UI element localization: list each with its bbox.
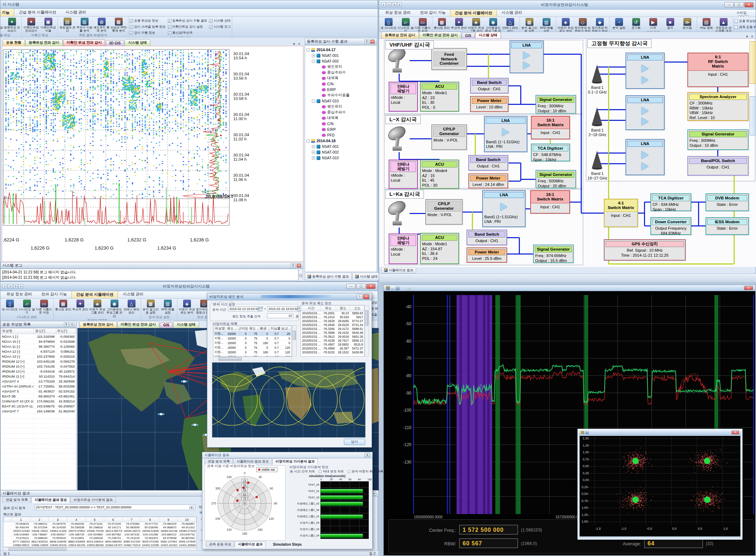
menu-tab-0[interactable]: 위성 정보 관리 [380,10,415,17]
aux-checkbox[interactable]: ✓시스템 상태 [209,18,231,23]
ribbon-button[interactable]: ▲규정초과 감시계획 생성 [715,18,732,32]
tree-item-NSAT-002[interactable]: +NSAT-002 [306,149,376,155]
column-header[interactable]: 승교... [280,326,291,332]
tree-expander[interactable]: - [307,139,310,143]
view-tab-0[interactable]: 운용 현황 [2,39,25,46]
tree-item-대역폭[interactable]: 대역폭 [306,75,376,81]
table-row[interactable]: 2015/02/15 ...-76.231430.0295817 [301,315,364,319]
pin-icon[interactable]: ⊼ [64,322,69,327]
close-icon[interactable]: ✕ [364,453,370,457]
tree-item-PFD[interactable]: PFD [306,132,376,138]
rbw-value[interactable]: 60 567 [459,538,518,548]
ribbon-button[interactable]: △안테나 패턴 관리 [502,18,518,32]
maximize-button[interactable]: ▢ [734,2,744,7]
ribbon-button[interactable]: △안테나 패턴 관리 [123,299,140,315]
tree-item-NSAT-010[interactable]: -NSAT-010 [306,98,376,104]
aux-checkbox[interactable]: ✓시스템 로그 [209,25,231,29]
column-header[interactable] [4,517,12,522]
column-header[interactable]: 5 [85,517,104,522]
view-tab-3[interactable]: 시스템 상태 [173,321,199,328]
tree-expander[interactable]: - [307,48,310,52]
table-row[interactable]: -75.964615-75.966011-75.967575-75.969292… [4,522,196,526]
table-row[interactable]: 2015/02/15 ...-76.200130.235859.63 [301,311,364,315]
tree-item-EIRP[interactable]: EIRP [306,127,376,132]
ribbon-button[interactable]: ✦등록위성 전파감시 [4,17,20,33]
close-icon[interactable]: ✕ [370,39,375,44]
table-row[interactable]: 8777.1582038812.8320318848.4189458883.92… [4,540,196,544]
ribbon-button[interactable]: ▣미확인위성 식별 [40,17,57,33]
table-row[interactable]: IRIDIUM 12 [+]103.645128-0.065278 [1,359,76,364]
panel-tab-2[interactable]: 비정지위성 가시분석 결과 [272,458,318,465]
table-row[interactable]: IRIDIUM 11 [+]93.11431079.644214 [1,374,76,379]
ribbon-button[interactable]: ▦반송파 PFD 통계 분석 [110,17,127,33]
ribbon-button[interactable]: ■중지 [662,18,678,30]
br-titlebar[interactable]: ✕ [384,285,755,291]
view-tab-2[interactable]: GIS [160,322,173,328]
view-tab-1[interactable]: 미확인 위성 전파 감시 [117,321,159,328]
ribbon-button[interactable]: ◉고타원궤도 위성그룹 관리 [106,299,123,318]
tree-item-NSAT-010[interactable]: +NSAT-010 [306,155,376,161]
view-tab-4[interactable]: 시스템 상태 [124,39,150,46]
tree-expander[interactable]: + [312,151,315,154]
column-header[interactable]: 1 [12,517,30,522]
tree-item-NSAT-002[interactable]: -NSAT-002 [306,58,376,64]
pin-icon[interactable]: ⊼ [291,263,296,268]
ribbon-button[interactable]: ▤색상 범례 [698,18,715,30]
maximize-button[interactable]: ▢ [356,284,366,289]
tree-item-중심주파수[interactable]: 중심주파수 [306,109,376,115]
tree-item-주파수이용률[interactable]: 주파수이용률 [306,92,376,98]
tree-expander[interactable]: + [312,145,315,148]
column-header[interactable]: 2 [30,517,49,522]
table-row[interactable]: 15929.22460915946.19531315963.1132811597… [4,529,196,533]
column-header[interactable]: 경도 [336,306,350,311]
ribbon-button[interactable]: ✦미확인위성 전파감시 [23,17,39,33]
ribbon-button[interactable]: ◔분석 설정 [611,18,627,30]
aux-checkbox[interactable]: ✓운용 위성망 정보 [129,18,166,23]
table-row[interactable]: BSAT-3C (JCSAT-11...143.548675-50.209567 [1,404,76,409]
column-header[interactable]: 시간 [301,306,321,311]
table-row[interactable]: NOAA 11 [-]98.356774-0.126660 [1,344,76,349]
table-row[interactable]: 2015/02/15 ...-76.294629.62265731.44 [301,323,364,327]
column-header[interactable]: 궤도 ... [248,326,259,332]
table-row[interactable]: 50.43014950.37220450.31433550.25653850.1… [4,526,196,529]
column-header[interactable]: 6 [104,517,122,522]
table-row[interactable]: NOAA 13 [-]103.237869-0.029210 [1,354,76,359]
pin-icon[interactable]: ⊼ [364,39,369,44]
close-button[interactable]: ✕ [366,284,376,289]
table-row[interactable]: IRIDIUM 13 [+]-9.034418-40.118972 [1,369,76,374]
close-button[interactable]: ✕ [744,286,753,290]
dialog-close-button[interactable]: 닫기 [344,439,365,445]
ngso-list-vscroll[interactable] [292,325,297,357]
table-row[interactable]: 70.67501170.58804370.50091670.41365170.3… [4,536,196,540]
view-tab-0[interactable]: 등록위성 전파 감시 [79,321,117,328]
close-icon[interactable]: ✕ [363,294,369,299]
column-header[interactable]: 7 [122,517,141,522]
table-row[interactable]: 2015/02/15 ...-76.262929.82655774.27 [301,319,364,323]
tree-item-중심주파수[interactable]: 중심주파수 [306,70,376,75]
menu-tab-2[interactable]: 시스템 관리 [61,9,91,16]
tree-item-C/N[interactable]: C/N [306,81,376,87]
tree-item-NSAT-001[interactable]: +NSAT-001 [306,144,376,149]
help-icon[interactable]: ? [357,294,362,299]
ribbon-button[interactable]: ▥주파수 이용률 분석 [76,17,93,33]
tree-item-NSAT-001[interactable]: +NSAT-001 [306,53,376,58]
ribbon-button[interactable]: ◈비정지 위성 궤도 분석 [179,299,195,315]
view-tab-2[interactable]: 미확인 위성 전파 감시 [63,39,105,46]
vis-radio-1[interactable]: 막대 분포 차트 [319,469,344,474]
tab-close-icon[interactable]: ✕ [751,35,754,38]
table-row[interactable]: 비정...150000751800.70 [214,341,292,346]
panel-tab-0[interactable]: 연결 링크 목록 [2,497,31,503]
menu-tab-2[interactable]: 간섭 분석 시뮬레이션 [450,10,497,17]
interval-field[interactable]: 10 [267,313,293,318]
column-header[interactable]: 9 [159,517,178,522]
close-icon[interactable]: ✕ [70,322,74,327]
column-header[interactable]: 근지점 [237,326,248,332]
column-header[interactable]: 고도 [350,306,364,311]
ribbon-button[interactable]: ≫한스텝 [679,18,696,30]
minimize-button[interactable]: — [346,284,356,289]
ribbon-button[interactable]: ▩통신망 관리 [55,299,71,311]
quick-access-button[interactable]: 1 [381,2,386,7]
vis-radio-0[interactable]: 시간 간격 차트 [290,469,315,474]
constellation-titlebar[interactable]: ✕ [579,430,741,435]
bottom-tab[interactable]: 등록위성 감시 수행 결과 [305,273,352,280]
